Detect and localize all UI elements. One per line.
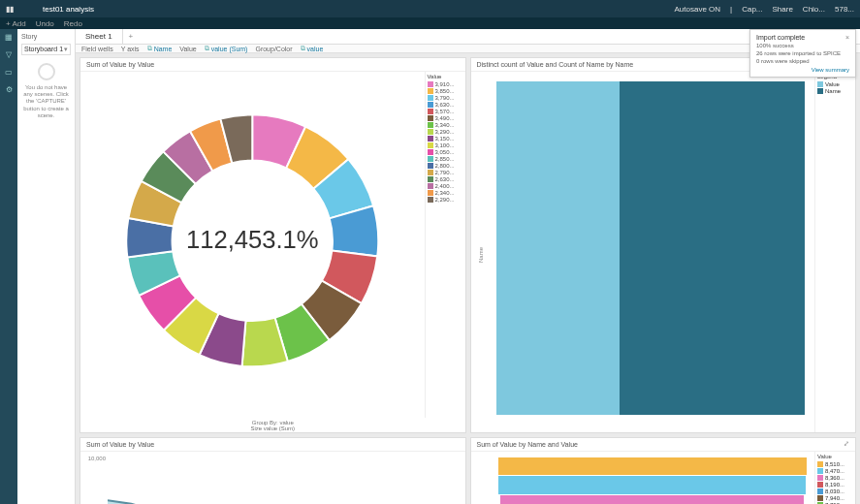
- legend-item[interactable]: 2,290...: [428, 197, 463, 203]
- footer-line: Size value (Sum): [80, 425, 465, 431]
- panel-title: Sum of Value by Value: [86, 61, 154, 68]
- top-bar: ▮▮ test01 analysis Autosave ON | Cap... …: [0, 0, 860, 17]
- field-wells-bar[interactable]: Field wells Y axis ⧉Name Value ⧉value (S…: [76, 45, 860, 53]
- analysis-title: test01 analysis: [14, 5, 675, 14]
- field-wells-label: Field wells: [81, 46, 113, 52]
- divider: |: [730, 5, 732, 14]
- legend-item[interactable]: 3,570...: [428, 109, 463, 114]
- notif-line: 0 rows were skipped: [756, 58, 849, 66]
- legend-item[interactable]: 2,630...: [428, 176, 463, 182]
- svg-text:112,453.1%: 112,453.1%: [186, 226, 319, 253]
- capture-button[interactable]: Cap...: [742, 5, 762, 14]
- value-label: Value: [179, 46, 196, 52]
- parameters-icon[interactable]: ⚙: [3, 85, 15, 97]
- legend-item[interactable]: 2,800...: [428, 163, 463, 169]
- storyboard-select[interactable]: Storyboard 1: [21, 44, 71, 55]
- funnel-row[interactable]: [498, 495, 808, 504]
- add-sheet-button[interactable]: +: [123, 29, 140, 44]
- legend-item[interactable]: 2,400...: [428, 183, 463, 189]
- field-icon: ⧉: [205, 45, 209, 52]
- pill-text: Name: [154, 46, 173, 52]
- legend-item[interactable]: 3,790...: [428, 95, 463, 101]
- group-pill[interactable]: ⧉value: [301, 45, 324, 52]
- sidebar-title: Story: [21, 33, 71, 40]
- legend-item[interactable]: 3,910...: [428, 81, 463, 87]
- funnel-row[interactable]: [498, 476, 808, 494]
- capture-placeholder: You do not have any scenes. Click the 'C…: [21, 63, 71, 119]
- tab-sheet-1[interactable]: Sheet 1: [76, 29, 123, 44]
- legend-item[interactable]: 8,360...: [817, 475, 853, 481]
- legend-item[interactable]: 2,790...: [428, 170, 463, 175]
- legend-item[interactable]: 3,630...: [428, 102, 463, 108]
- legend-title: Value: [817, 454, 853, 459]
- undo-button[interactable]: Undo: [36, 19, 54, 28]
- field-icon: ⧉: [301, 45, 305, 52]
- legend-item[interactable]: 8,190...: [817, 482, 853, 488]
- menu-bar: + Add Undo Redo: [0, 17, 860, 29]
- canvas-area: Sheet 1 + Field wells Y axis ⧉Name Value…: [76, 29, 860, 504]
- more-button[interactable]: Chio...: [803, 5, 825, 14]
- funnel-chart[interactable]: Name value (Sum): [471, 452, 815, 505]
- left-rail: ▦ ▽ ▭ ⚙: [0, 29, 17, 504]
- filter-icon[interactable]: ▽: [3, 50, 15, 62]
- story-sidebar: Story Storyboard 1 You do not have any s…: [17, 29, 76, 504]
- funnel-legend: Value 8,510...8,470...8,360...8,190...8,…: [814, 452, 855, 505]
- legend-item[interactable]: 3,150...: [428, 136, 463, 142]
- notif-title: Import complete: [756, 34, 805, 41]
- legend-item[interactable]: 3,490...: [428, 115, 463, 121]
- bar-segment[interactable]: [620, 81, 805, 415]
- app-logo-icon[interactable]: ▮▮: [6, 5, 14, 14]
- area-panel[interactable]: Sum of Value by Value 10,000 8,000 6,000…: [80, 437, 466, 505]
- legend-item[interactable]: 8,510...: [817, 461, 853, 467]
- legend-item[interactable]: 8,470...: [817, 468, 853, 474]
- notif-line: 26 rows were imported to SPICE: [756, 50, 849, 58]
- panel-title: Distinct count of Value and Count of Nam…: [477, 61, 634, 68]
- field-icon: ⧉: [147, 45, 152, 52]
- legend-title: Value: [428, 74, 463, 79]
- add-menu[interactable]: + Add: [6, 19, 26, 28]
- value-pill[interactable]: ⧉value (Sum): [205, 45, 248, 52]
- bar-segment[interactable]: [496, 81, 620, 415]
- legend-item[interactable]: 8,030...: [817, 488, 853, 494]
- pill-text: value: [307, 46, 324, 52]
- legend-item[interactable]: 2,850...: [428, 156, 463, 162]
- funnel-panel[interactable]: Sum of Value by Name and Value ⤢ Name va…: [470, 437, 857, 505]
- area-chart[interactable]: 10,000 8,000 6,000 4,000 2,000 0 5,730.8…: [80, 452, 465, 505]
- user-button[interactable]: 578...: [835, 5, 854, 14]
- legend-item[interactable]: 7,940...: [817, 495, 853, 501]
- stacked-bar-panel[interactable]: Distinct count of Value and Count of Nam…: [470, 57, 857, 433]
- capture-message: You do not have any scenes. Click the 'C…: [21, 84, 71, 119]
- view-summary-link[interactable]: View summary: [756, 67, 849, 73]
- expand-icon[interactable]: ⤢: [844, 440, 849, 448]
- panel-title: Sum of Value by Value: [86, 441, 154, 448]
- y-axis-pill[interactable]: ⧉Name: [147, 45, 173, 52]
- legend-item[interactable]: 2,340...: [428, 190, 463, 196]
- funnel-row[interactable]: [498, 457, 808, 476]
- donut-panel[interactable]: Sum of Value by Value 112,453.1% Value 3…: [80, 57, 466, 433]
- legend-item[interactable]: 3,050...: [428, 149, 463, 155]
- close-icon[interactable]: ×: [845, 34, 849, 41]
- legend-item[interactable]: 3,340...: [428, 122, 463, 128]
- y-axis-label: Y axis: [121, 46, 140, 52]
- import-notification: Import complete × 100% success 26 rows w…: [749, 29, 856, 78]
- legend-item[interactable]: Name: [817, 88, 853, 94]
- legend-item[interactable]: 3,850...: [428, 88, 463, 94]
- capture-icon[interactable]: [38, 63, 55, 80]
- share-button[interactable]: Share: [773, 5, 793, 14]
- notif-line: 100% success: [756, 43, 849, 50]
- stacked-bar-chart[interactable]: Name: [471, 72, 815, 432]
- pill-text: value (Sum): [211, 46, 248, 52]
- story-icon[interactable]: ▭: [3, 68, 15, 79]
- visualize-icon[interactable]: ▦: [3, 33, 15, 45]
- legend-item[interactable]: 3,290...: [428, 129, 463, 135]
- legend-item[interactable]: 3,100...: [428, 142, 463, 148]
- legend-item[interactable]: Value: [817, 81, 853, 87]
- y-axis-ticks: 10,000 8,000 6,000 4,000 2,000 0: [84, 456, 106, 505]
- donut-chart[interactable]: 112,453.1%: [80, 72, 425, 418]
- autosave-toggle[interactable]: Autosave ON: [675, 5, 721, 14]
- donut-legend: Value 3,910...3,850...3,790...3,630...3,…: [425, 72, 465, 418]
- donut-footer: Group By: value Size value (Sum): [80, 418, 465, 432]
- panel-title: Sum of Value by Name and Value: [477, 441, 578, 448]
- redo-button[interactable]: Redo: [64, 19, 82, 28]
- visuals-grid: Sum of Value by Value 112,453.1% Value 3…: [76, 53, 860, 504]
